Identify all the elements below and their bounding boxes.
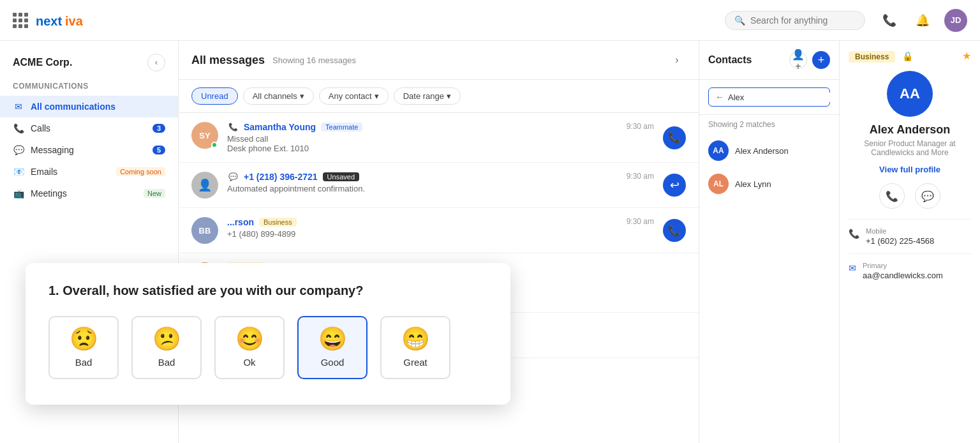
great-label: Great bbox=[403, 357, 427, 368]
messages-title: All messages bbox=[191, 54, 265, 67]
mobile-icon: 📞 bbox=[849, 229, 859, 239]
profile-business-tag: Business bbox=[849, 51, 895, 63]
grid-menu-icon[interactable] bbox=[13, 13, 28, 28]
message-content: ...rson Business +1 (480) 899-4899 bbox=[227, 217, 618, 239]
survey-question: 1. Overall, how satisfied are you with o… bbox=[48, 283, 487, 298]
message-item[interactable]: 👤 💬 +1 (218) 396-2721 Unsaved Automated … bbox=[179, 163, 699, 208]
profile-name: Alex Anderson bbox=[840, 123, 980, 137]
logo: next iva bbox=[36, 11, 100, 29]
call-action-button[interactable]: 📞 bbox=[663, 126, 686, 149]
messages-count: Showing 16 messages bbox=[272, 56, 356, 65]
message-preview-line2: Desk phone Ext. 1010 bbox=[227, 144, 618, 153]
sender-name: +1 (218) 396-2721 bbox=[244, 172, 318, 182]
emails-tag: Coming soon bbox=[116, 167, 165, 176]
ok-label: Ok bbox=[243, 357, 255, 368]
message-preview: +1 (480) 899-4899 bbox=[227, 229, 618, 239]
notifications-button[interactable]: 🔔 bbox=[911, 9, 934, 32]
survey-option-ok[interactable]: 😊 Ok bbox=[214, 316, 285, 379]
profile-email-row: ✉ Primary aa@candlewicks.com bbox=[840, 254, 980, 288]
profile-mobile-row: 📞 Mobile +1 (602) 225-4568 bbox=[840, 220, 980, 253]
email-icon: ✉ bbox=[849, 263, 856, 273]
very-bad-emoji: 😟 bbox=[70, 327, 98, 350]
online-indicator bbox=[211, 142, 218, 148]
logo-svg: next iva bbox=[36, 11, 100, 29]
bad-emoji: 😕 bbox=[152, 327, 181, 350]
message-time: 9:30 am bbox=[627, 217, 654, 226]
contacts-header: Contacts 👤+ + bbox=[699, 41, 839, 80]
sidebar-item-emails[interactable]: 📧 Emails Coming soon bbox=[0, 161, 178, 183]
filter-channels-button[interactable]: All channels ▾ bbox=[243, 87, 314, 105]
bad-label: Bad bbox=[158, 357, 175, 368]
profile-mobile-info: Mobile +1 (602) 225-4568 bbox=[866, 227, 934, 246]
nav-icons: 📞 🔔 JD bbox=[878, 9, 967, 32]
sidebar-item-meetings[interactable]: 📺 Meetings New bbox=[0, 183, 178, 204]
sidebar-item-all-communications[interactable]: ✉ All communications bbox=[0, 96, 178, 117]
survey-option-good[interactable]: 😄 Good bbox=[297, 316, 368, 379]
message-item[interactable]: BB ...rson Business +1 (480) 899-4899 9:… bbox=[179, 208, 699, 253]
profile-top: Business 🔒 ★ bbox=[840, 41, 980, 71]
profile-message-button[interactable]: 💬 bbox=[915, 183, 940, 209]
message-type-icon: 📞 bbox=[227, 123, 239, 131]
contacts-search-box[interactable]: ← | bbox=[708, 87, 830, 107]
contact-avatar: AA bbox=[708, 140, 729, 161]
avatar: BB bbox=[191, 217, 218, 244]
calls-icon: 📞 bbox=[13, 123, 24, 133]
sender-tag: Unsaved bbox=[323, 172, 359, 181]
meetings-tag: New bbox=[144, 189, 165, 198]
contact-name: Alex Anderson bbox=[735, 146, 789, 156]
sidebar-messaging-label: Messaging bbox=[31, 145, 146, 155]
survey-option-great[interactable]: 😁 Great bbox=[380, 316, 450, 379]
user-avatar-nav[interactable]: JD bbox=[944, 9, 967, 32]
survey-overlay: 1. Overall, how satisfied are you with o… bbox=[26, 263, 510, 405]
sidebar-item-messaging[interactable]: 💬 Messaging 5 bbox=[0, 139, 178, 161]
call-action-button2[interactable]: 📞 bbox=[663, 219, 686, 242]
sidebar-section-label: Communications bbox=[0, 82, 178, 96]
sidebar-header: ACME Corp. ‹ bbox=[0, 54, 178, 82]
filter-unread-button[interactable]: Unread bbox=[191, 87, 238, 105]
mobile-label: Mobile bbox=[866, 227, 934, 235]
profile-call-button[interactable]: 📞 bbox=[879, 183, 905, 209]
contacts-search: ← | bbox=[699, 80, 839, 115]
profile-email-info: Primary aa@candlewicks.com bbox=[863, 262, 943, 280]
calls-badge: 3 bbox=[152, 124, 165, 133]
chevron-down-icon: ▾ bbox=[447, 91, 451, 101]
add-contact-circle-button[interactable]: + bbox=[812, 51, 830, 69]
view-full-profile-link[interactable]: View full profile bbox=[840, 165, 980, 183]
contact-item-alex-lynn[interactable]: AL Alex Lynn bbox=[699, 167, 839, 200]
survey-option-very-bad[interactable]: 😟 Bad bbox=[48, 316, 119, 379]
search-input[interactable] bbox=[750, 15, 856, 26]
survey-option-bad[interactable]: 😕 Bad bbox=[131, 316, 202, 379]
search-bar[interactable]: 🔍 bbox=[725, 11, 865, 30]
email-label: Primary bbox=[863, 262, 943, 269]
message-sender: 📞 Samantha Young Teammate bbox=[227, 122, 618, 132]
contact-item-alex-anderson[interactable]: AA Alex Anderson bbox=[699, 134, 839, 167]
add-contact-icon-button[interactable]: 👤+ bbox=[789, 51, 807, 69]
business-tag: Business bbox=[259, 218, 297, 227]
sidebar-collapse-button[interactable]: ‹ bbox=[147, 54, 165, 71]
top-nav: next iva 🔍 📞 🔔 JD bbox=[0, 0, 980, 41]
message-item[interactable]: SY 📞 Samantha Young Teammate Missed call… bbox=[179, 113, 699, 163]
contacts-search-input[interactable] bbox=[728, 93, 835, 102]
ok-emoji: 😊 bbox=[235, 327, 264, 350]
contact-avatar: AL bbox=[708, 174, 729, 194]
profile-top-left: Business 🔒 bbox=[849, 50, 913, 62]
filter-contact-button[interactable]: Any contact ▾ bbox=[319, 87, 389, 105]
message-preview: Automated appointment confirmation. bbox=[227, 184, 618, 193]
messages-expand-button[interactable]: › bbox=[668, 51, 686, 69]
sidebar-meetings-label: Meetings bbox=[31, 188, 137, 199]
very-bad-label: Bad bbox=[75, 357, 93, 368]
profile-role: Senior Product Manager at Candlewicks an… bbox=[840, 137, 980, 165]
contact-name: Alex Lynn bbox=[735, 179, 771, 189]
reply-action-button[interactable]: ↩ bbox=[663, 174, 686, 197]
filter-date-button[interactable]: Date range ▾ bbox=[394, 87, 461, 105]
avatar: 👤 bbox=[191, 172, 218, 199]
sidebar-item-calls[interactable]: 📞 Calls 3 bbox=[0, 117, 178, 139]
sidebar-calls-label: Calls bbox=[31, 123, 146, 133]
phone-nav-button[interactable]: 📞 bbox=[878, 9, 901, 32]
chevron-down-icon: ▾ bbox=[375, 91, 379, 101]
back-arrow-icon[interactable]: ← bbox=[715, 92, 724, 102]
messages-filters: Unread All channels ▾ Any contact ▾ Date… bbox=[179, 80, 699, 113]
star-icon[interactable]: ★ bbox=[962, 50, 971, 62]
survey-options: 😟 Bad 😕 Bad 😊 Ok 😄 Good 😁 Great bbox=[48, 316, 487, 379]
lock-icon: 🔒 bbox=[902, 51, 913, 61]
